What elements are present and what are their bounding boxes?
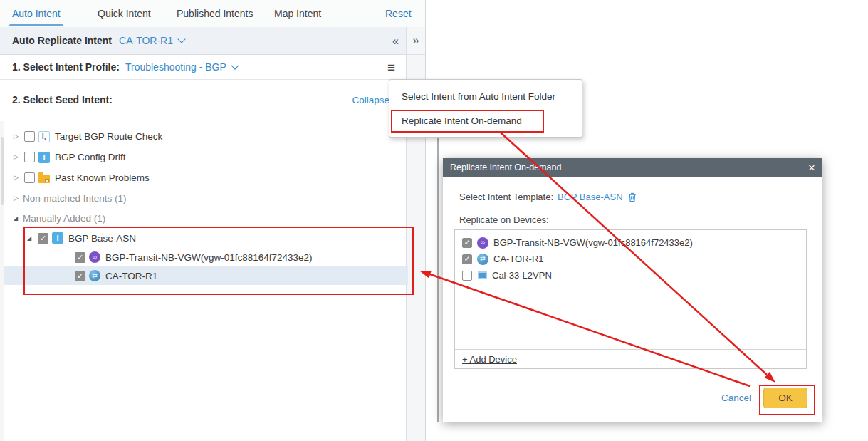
tree-group-manually-added[interactable]: Manually Added (1) bbox=[0, 208, 408, 228]
tree-item-label: Past Known Problems bbox=[55, 172, 150, 183]
tab-map-intent[interactable]: Map Intent bbox=[274, 0, 321, 26]
tree-item[interactable]: BGP Base-ASN bbox=[0, 228, 408, 248]
device-selector-value: CA-TOR-R1 bbox=[119, 35, 173, 46]
checkbox[interactable] bbox=[24, 172, 35, 183]
tab-auto-intent[interactable]: Auto Intent bbox=[12, 0, 61, 26]
panel-divider bbox=[425, 0, 426, 441]
tree-item-label: Manually Added (1) bbox=[23, 213, 105, 224]
collapse-link[interactable]: Collapse bbox=[352, 95, 389, 105]
tab-published-intents[interactable]: Published Intents bbox=[177, 0, 253, 26]
intent-profile-row: 1. Select Intent Profile: Troubleshootin… bbox=[0, 55, 406, 80]
menu-item-replicate-intent[interactable]: Replicate Intent On-demand bbox=[389, 108, 582, 133]
checkbox[interactable] bbox=[24, 131, 35, 142]
cancel-button[interactable]: Cancel bbox=[721, 393, 751, 403]
chevron-down-icon bbox=[231, 61, 239, 69]
intent-x-icon bbox=[38, 131, 50, 142]
tree-item[interactable]: Past Known Problems bbox=[0, 167, 408, 188]
profile-label: 1. Select Intent Profile: bbox=[12, 61, 120, 73]
devices-label: Replicate on Devices: bbox=[459, 214, 549, 225]
expander-icon[interactable] bbox=[14, 215, 23, 222]
tree-item-label: CA-TOR-R1 bbox=[105, 271, 157, 281]
device-name: Cal-33-L2VPN bbox=[492, 270, 552, 281]
app: Auto Intent Quick Intent Published Inten… bbox=[0, 0, 868, 441]
tree-group-non-matched[interactable]: Non-matched Intents (1) bbox=[0, 188, 408, 208]
expander-icon[interactable] bbox=[14, 175, 23, 181]
dialog-title: Replicate Intent On-demand bbox=[450, 162, 808, 172]
ok-button[interactable]: OK bbox=[763, 388, 807, 408]
tree-item-label: BGP Config Drift bbox=[55, 152, 126, 162]
checkbox[interactable] bbox=[24, 152, 35, 162]
tree-item[interactable]: BGP Config Drift bbox=[0, 147, 408, 167]
tree-item-label: BGP-Transit-NB-VGW(vgw-01fc88164f72433e2… bbox=[105, 252, 313, 263]
checkbox[interactable] bbox=[462, 254, 472, 264]
tree-item-label: Non-matched Intents (1) bbox=[23, 193, 127, 204]
template-label: Select Intent Template: bbox=[459, 192, 553, 202]
router-device-icon bbox=[477, 254, 488, 265]
menu-item-select-intent[interactable]: Select Intent from Auto Intent Folder bbox=[389, 84, 582, 108]
tab-bar: Auto Intent Quick Intent Published Inten… bbox=[0, 0, 425, 28]
checkbox[interactable] bbox=[75, 271, 85, 281]
tree-item-selected[interactable]: CA-TOR-R1 bbox=[0, 266, 408, 285]
replicate-intent-dialog: Replicate Intent On-demand Select Intent… bbox=[443, 158, 822, 422]
router-device-icon bbox=[89, 270, 100, 281]
seed-label: 2. Select Seed Intent: bbox=[12, 94, 113, 105]
tree-item-label: BGP Base-ASN bbox=[68, 233, 136, 244]
reset-button[interactable]: Reset bbox=[385, 0, 412, 26]
intent-icon bbox=[38, 152, 50, 163]
panel-header: Auto Replicate Intent CA-TOR-R1 bbox=[0, 27, 406, 55]
hamburger-menu-icon[interactable] bbox=[387, 55, 395, 80]
intent-icon bbox=[52, 232, 63, 244]
expander-icon[interactable] bbox=[14, 195, 23, 202]
profile-dropdown[interactable]: Troubleshooting - BGP bbox=[125, 61, 238, 73]
device-name: CA-TOR-R1 bbox=[493, 254, 544, 264]
template-value-link[interactable]: BGP Base-ASN bbox=[558, 192, 623, 202]
checkbox[interactable] bbox=[75, 252, 85, 263]
tree-scrollbar[interactable] bbox=[0, 121, 4, 441]
device-row[interactable]: CA-TOR-R1 bbox=[455, 251, 806, 267]
chevron-down-icon bbox=[177, 35, 185, 43]
trash-icon[interactable] bbox=[628, 192, 637, 202]
expand-panel-right-icon[interactable] bbox=[407, 27, 425, 55]
intent-template-row: Select Intent Template: BGP Base-ASN bbox=[459, 192, 637, 202]
collapse-panel-left-icon[interactable] bbox=[392, 27, 399, 55]
close-icon[interactable] bbox=[808, 162, 815, 174]
vgw-device-icon bbox=[477, 237, 488, 249]
add-device-row: + Add Device bbox=[455, 349, 806, 368]
generic-device-icon bbox=[478, 271, 487, 279]
hamburger-context-menu: Select Intent from Auto Intent Folder Re… bbox=[389, 79, 582, 138]
device-row[interactable]: BGP-Transit-NB-VGW(vgw-01fc88164f72433e2… bbox=[455, 234, 806, 251]
folder-icon bbox=[38, 175, 50, 183]
tree-item[interactable]: Target BGP Route Check bbox=[0, 126, 408, 147]
checkbox[interactable] bbox=[462, 238, 472, 248]
dialog-header: Replicate Intent On-demand bbox=[443, 158, 822, 177]
tab-quick-intent[interactable]: Quick Intent bbox=[98, 0, 151, 26]
tree-item[interactable]: BGP-Transit-NB-VGW(vgw-01fc88164f72433e2… bbox=[0, 248, 408, 266]
expander-icon[interactable] bbox=[14, 154, 23, 160]
tree-item-label: Target BGP Route Check bbox=[55, 131, 162, 142]
panel-title: Auto Replicate Intent bbox=[12, 35, 112, 46]
expander-icon[interactable] bbox=[27, 235, 36, 242]
expander-icon[interactable] bbox=[14, 133, 23, 140]
device-selector-dropdown[interactable]: CA-TOR-R1 bbox=[119, 35, 184, 46]
seed-intent-tree: Target BGP Route Check BGP Config Drift … bbox=[0, 121, 406, 285]
vgw-device-icon bbox=[89, 251, 100, 263]
profile-value: Troubleshooting - BGP bbox=[125, 61, 226, 73]
device-name: BGP-Transit-NB-VGW(vgw-01fc88164f72433e2… bbox=[493, 237, 693, 248]
add-device-link[interactable]: + Add Device bbox=[462, 354, 517, 365]
scrollbar-thumb[interactable] bbox=[1, 137, 4, 205]
checkbox[interactable] bbox=[38, 233, 48, 244]
device-row[interactable]: Cal-33-L2VPN bbox=[455, 267, 806, 284]
seed-intent-row: 2. Select Seed Intent: Collapse bbox=[0, 80, 406, 120]
device-list: BGP-Transit-NB-VGW(vgw-01fc88164f72433e2… bbox=[454, 229, 807, 369]
checkbox[interactable] bbox=[462, 271, 472, 281]
